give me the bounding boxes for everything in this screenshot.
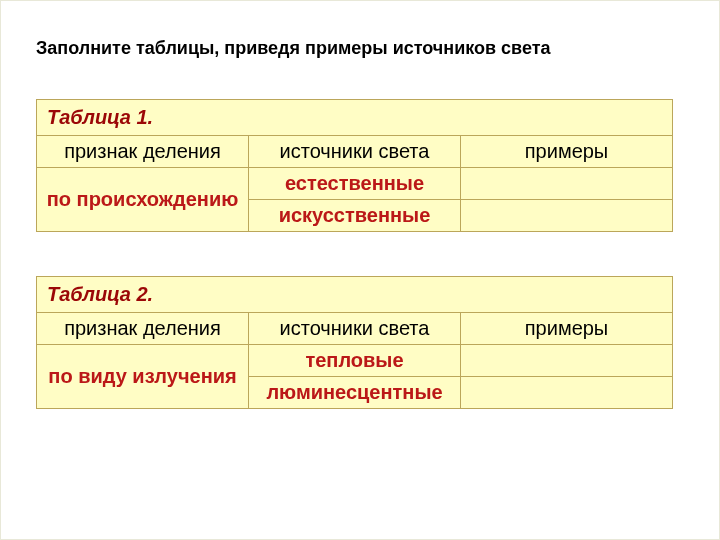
table-1-header-row: признак деления источники света примеры bbox=[37, 136, 673, 168]
slide: Заполните таблицы, приведя примеры источ… bbox=[0, 0, 720, 540]
table-1-attribute: по происхождению bbox=[37, 168, 249, 232]
table-2-caption: Таблица 2. bbox=[37, 277, 673, 313]
table-1-header-3: примеры bbox=[461, 136, 673, 168]
table-2-header-1: признак деления bbox=[37, 313, 249, 345]
table-1: Таблица 1. признак деления источники све… bbox=[36, 99, 673, 232]
table-1-header-2: источники света bbox=[249, 136, 461, 168]
instruction-text: Заполните таблицы, приведя примеры источ… bbox=[36, 38, 684, 59]
table-2-header-2: источники света bbox=[249, 313, 461, 345]
table-2-attribute: по виду излучения bbox=[37, 345, 249, 409]
table-1-row-1-example[interactable] bbox=[461, 168, 673, 200]
table-2-row-2-source: люминесцентные bbox=[249, 377, 461, 409]
table-2-caption-row: Таблица 2. bbox=[37, 277, 673, 313]
table-1-row-2-example[interactable] bbox=[461, 200, 673, 232]
spacer bbox=[36, 232, 684, 276]
table-1-header-1: признак деления bbox=[37, 136, 249, 168]
table-2: Таблица 2. признак деления источники све… bbox=[36, 276, 673, 409]
table-2-header-row: признак деления источники света примеры bbox=[37, 313, 673, 345]
table-2-row-1-example[interactable] bbox=[461, 345, 673, 377]
table-1-row-2-source: искусственные bbox=[249, 200, 461, 232]
table-2-row-2-example[interactable] bbox=[461, 377, 673, 409]
table-1-row-1-source: естественные bbox=[249, 168, 461, 200]
table-2-header-3: примеры bbox=[461, 313, 673, 345]
table-1-caption: Таблица 1. bbox=[37, 100, 673, 136]
table-2-row-1-source: тепловые bbox=[249, 345, 461, 377]
table-2-row-1: по виду излучения тепловые bbox=[37, 345, 673, 377]
table-1-row-1: по происхождению естественные bbox=[37, 168, 673, 200]
table-1-caption-row: Таблица 1. bbox=[37, 100, 673, 136]
